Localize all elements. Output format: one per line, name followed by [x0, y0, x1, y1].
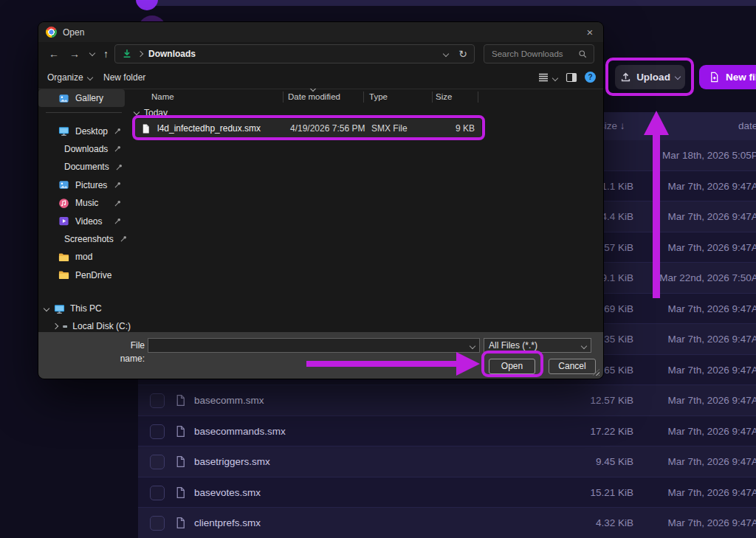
file-date: Mar 7th, 2026 9:47AM — [667, 201, 756, 232]
file-date: Mar 7th, 2026 9:47AM — [667, 446, 756, 477]
view-mode-chevron-icon[interactable] — [552, 75, 558, 81]
column-header-size[interactable]: Size — [436, 90, 452, 103]
new-folder-button[interactable]: New folder — [103, 66, 145, 89]
table-row[interactable]: basecomm.smx 12.57 KiB Mar 7th, 2026 9:4… — [138, 385, 756, 416]
music-icon — [58, 198, 69, 209]
file-size: 4.32 KiB — [596, 508, 633, 538]
address-dropdown-chevron-icon[interactable] — [443, 51, 449, 57]
column-divider — [283, 92, 284, 103]
sidebar-item-mod[interactable]: mod — [38, 248, 131, 266]
column-header-name[interactable]: Name — [151, 90, 174, 103]
sidebar-item-this-pc[interactable]: This PC — [38, 300, 131, 317]
breadcrumb-chevron-icon — [137, 51, 143, 57]
address-bar[interactable]: Downloads ↻ — [114, 44, 475, 63]
chrome-icon — [46, 27, 57, 38]
file-size: 12.57 KiB — [590, 385, 633, 416]
table-row[interactable]: basecommands.smx 17.22 KiB Mar 7th, 2026… — [138, 416, 756, 447]
recent-locations-chevron-icon[interactable] — [89, 50, 95, 56]
file-date: Mar 7th, 2026 9:47AM — [667, 416, 756, 447]
file-name-label: File name: — [106, 339, 145, 365]
pin-icon — [114, 181, 122, 189]
pin-icon — [115, 163, 123, 171]
sidebar-item-pendrive[interactable]: PenDrive — [38, 266, 131, 284]
file-name[interactable]: clientprefs.smx — [194, 508, 261, 538]
file-size: 9.45 KiB — [596, 446, 633, 477]
sidebar-item-label: Music — [75, 198, 98, 208]
file-date: Mar 7th, 2026 9:47AM — [667, 385, 756, 416]
row-checkbox[interactable] — [150, 424, 165, 439]
column-header-date-modified[interactable]: Date modified — [288, 90, 340, 103]
sidebar-item-label: mod — [75, 252, 92, 262]
size-column-header[interactable]: size ↓ — [599, 112, 625, 140]
sidebar-item-label: Videos — [75, 216, 102, 227]
organize-menu[interactable]: Organize — [47, 66, 92, 89]
sidebar-item-documents[interactable]: Documents — [38, 158, 131, 176]
search-icon — [578, 49, 588, 59]
sidebar-item-pictures[interactable]: Pictures — [38, 176, 131, 194]
table-row[interactable]: basevotes.smx 15.21 KiB Mar 7th, 2026 9:… — [138, 477, 756, 508]
file-name[interactable]: basecomm.smx — [194, 385, 264, 416]
downloads-icon — [122, 49, 132, 59]
row-checkbox[interactable] — [150, 516, 165, 531]
new-file-button[interactable]: New file — [699, 65, 756, 89]
file-size: 9.1 KiB — [601, 263, 633, 294]
file-icon — [174, 425, 187, 438]
column-divider — [363, 92, 364, 103]
pictures-icon — [58, 179, 69, 190]
sidebar-item-label: Pictures — [75, 180, 107, 190]
sidebar-item-downloads[interactable]: Downloads — [38, 140, 131, 158]
date-column-header[interactable]: date — [738, 112, 756, 140]
file-name[interactable]: basecommands.smx — [194, 416, 286, 447]
table-row[interactable]: clientprefs.smx 4.32 KiB Mar 7th, 2026 9… — [138, 508, 756, 538]
annotation-box-file — [132, 115, 485, 140]
file-plus-icon — [709, 72, 720, 83]
sidebar-item-screenshots[interactable]: Screenshots — [38, 230, 131, 248]
row-checkbox[interactable] — [150, 455, 165, 469]
gallery-icon — [58, 93, 69, 104]
sidebar-item-label: Desktop — [75, 126, 108, 137]
up-icon[interactable]: ↑ — [103, 47, 109, 61]
dialog-titlebar[interactable]: Open × — [38, 22, 603, 42]
sidebar-item-label: PenDrive — [75, 270, 111, 280]
expand-chevron-icon[interactable] — [44, 306, 49, 311]
back-icon[interactable]: ← — [49, 47, 59, 61]
file-name-combobox[interactable] — [148, 338, 480, 353]
sidebar-item-music[interactable]: Music — [38, 194, 131, 212]
breadcrumb-location[interactable]: Downloads — [148, 49, 196, 59]
row-checkbox[interactable] — [150, 393, 165, 408]
file-date: Mar 18th, 2026 5:05PM — [662, 140, 756, 171]
file-name[interactable]: basevotes.smx — [194, 477, 261, 508]
preview-pane-icon[interactable] — [566, 72, 577, 83]
sidebar-item-local-disk[interactable]: Local Disk (C:) — [38, 317, 131, 332]
refresh-icon[interactable]: ↻ — [458, 48, 467, 60]
sidebar-item-label: Documents — [64, 162, 109, 172]
app-logo-blob — [136, 0, 158, 10]
sidebar-item-desktop[interactable]: Desktop — [38, 122, 131, 139]
close-icon[interactable]: × — [583, 26, 597, 39]
collapse-chevron-icon — [134, 109, 140, 115]
row-checkbox[interactable] — [150, 486, 165, 500]
sidebar-item-gallery[interactable]: Gallery — [38, 89, 125, 107]
sidebar-item-label: Local Disk (C:) — [72, 321, 131, 331]
view-mode-icon[interactable] — [537, 72, 549, 83]
column-header-type[interactable]: Type — [369, 90, 388, 103]
chevron-down-icon — [581, 343, 587, 349]
file-date: Mar 7th, 2026 9:47AM — [667, 324, 756, 355]
forward-icon[interactable]: → — [69, 47, 80, 61]
sidebar-item-videos[interactable]: Videos — [38, 212, 131, 230]
annotation-box-upload — [605, 58, 694, 96]
table-row[interactable]: basetriggers.smx 9.45 KiB Mar 7th, 2026 … — [138, 446, 756, 477]
search-box[interactable] — [484, 44, 594, 63]
cancel-button[interactable]: Cancel — [549, 359, 596, 374]
search-input[interactable] — [490, 49, 578, 59]
file-name[interactable]: basetriggers.smx — [194, 446, 270, 477]
pin-icon — [114, 199, 122, 207]
sidebar-item-label: Screenshots — [64, 234, 114, 244]
help-icon[interactable]: ? — [585, 72, 596, 83]
app-window-top — [144, 0, 756, 6]
file-size: 17.22 KiB — [590, 416, 633, 447]
sidebar-item-label: This PC — [70, 303, 102, 314]
file-name-input[interactable] — [148, 339, 479, 352]
folder-icon — [58, 269, 69, 280]
expand-chevron-icon[interactable] — [52, 323, 58, 329]
